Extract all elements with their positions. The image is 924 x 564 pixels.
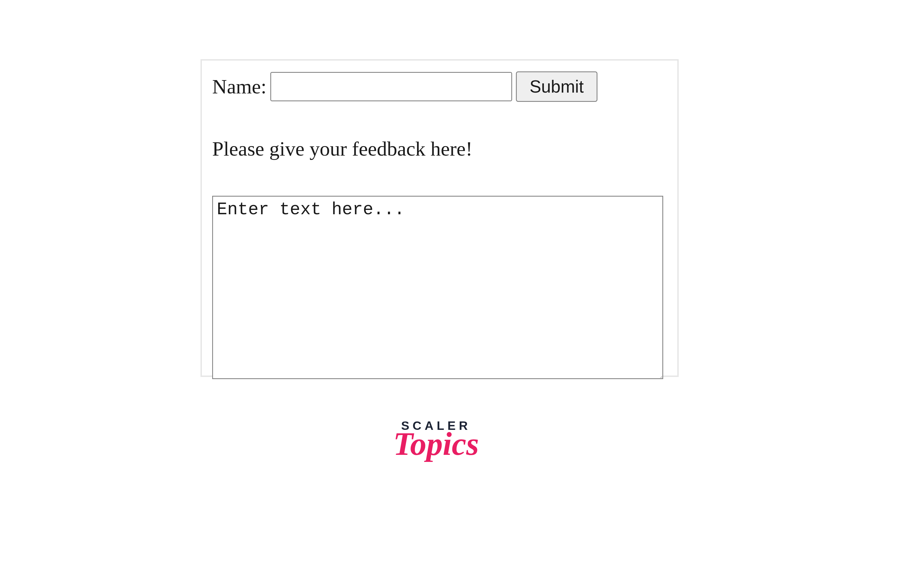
feedback-prompt: Please give your feedback here! <box>212 137 667 160</box>
name-label: Name: <box>212 75 267 98</box>
feedback-form-panel: Name: Submit Please give your feedback h… <box>201 59 679 377</box>
feedback-textarea[interactable] <box>212 196 663 379</box>
scaler-topics-logo: SCALER Topics <box>384 420 488 458</box>
logo-topics-text: Topics <box>384 430 488 458</box>
submit-button[interactable]: Submit <box>516 72 597 102</box>
name-input[interactable] <box>270 72 512 101</box>
name-row: Name: Submit <box>212 72 667 102</box>
